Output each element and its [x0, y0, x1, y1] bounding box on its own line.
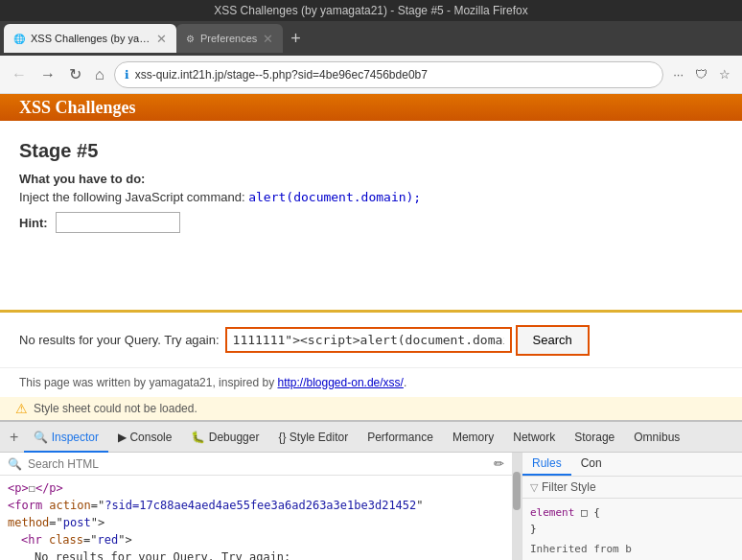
back-button[interactable]: ←: [8, 62, 31, 87]
new-tab-button[interactable]: +: [283, 30, 309, 47]
styles-content: element □ { } Inherited from b body □ { …: [522, 499, 742, 560]
devtools-body: 🔍 ✏ <p>☐</p> <form action="?sid=17c88ae4…: [0, 453, 742, 560]
devtools-add-button[interactable]: +: [4, 429, 24, 446]
styles-tab-rules[interactable]: Rules: [522, 453, 571, 476]
tab-prefs[interactable]: ⚙ Preferences ✕: [176, 24, 283, 53]
address-actions: ··· 🛡 ☆: [669, 65, 734, 83]
element-rule-close: }: [530, 521, 734, 537]
devtools-tab-debugger[interactable]: 🐛 Debugger: [181, 422, 268, 453]
styles-tabs: Rules Con: [522, 453, 742, 477]
styles-tab-con[interactable]: Con: [571, 453, 612, 476]
what-todo-label: What you have to do:: [19, 172, 723, 186]
written-by: This page was written by yamagata21, ins…: [0, 368, 742, 397]
styles-panel: Rules Con ▽ Filter Style element □ { } I…: [522, 453, 742, 560]
inject-code: alert(document.domain);: [248, 190, 421, 204]
written-by-text: This page was written by yamagata21, ins…: [19, 376, 277, 389]
html-edit-button[interactable]: ✏: [494, 456, 504, 471]
filter-text: Filter Style: [542, 480, 596, 494]
hint-label: Hint:: [19, 216, 48, 230]
tab-prefs-label: Preferences: [200, 33, 257, 44]
devtools-tabs: + 🔍 Inspector ▶ Console 🐛 Debugger {} St…: [0, 422, 742, 453]
devtools-tab-omnibus[interactable]: Omnibus: [624, 422, 689, 453]
shield-button[interactable]: 🛡: [691, 65, 711, 83]
filter-icon: ▽: [530, 481, 538, 494]
devtools-tab-inspector[interactable]: 🔍 Inspector: [24, 422, 108, 453]
tab-xss-label: XSS Challenges (by yamaga: [31, 33, 151, 44]
devtools: + 🔍 Inspector ▶ Console 🐛 Debugger {} St…: [0, 420, 742, 560]
address-bar: ℹ: [114, 61, 663, 88]
html-search-bar: 🔍 ✏: [0, 453, 512, 476]
tab-bar: 🌐 XSS Challenges (by yamaga ✕ ⚙ Preferen…: [0, 21, 742, 56]
html-line-form: <form action="?sid=17c88ae4aed4ae55fee3a…: [8, 497, 504, 531]
tab-xss-close[interactable]: ✕: [156, 32, 167, 46]
inject-line: Inject the following JavaScript command:…: [19, 190, 723, 204]
site-title: XSS Challenges: [19, 98, 136, 118]
more-button[interactable]: ···: [669, 65, 687, 83]
devtools-tab-performance[interactable]: Performance: [358, 422, 443, 453]
inject-text: Inject the following JavaScript command:: [19, 190, 245, 204]
info-icon: ℹ: [125, 68, 129, 82]
forward-button[interactable]: →: [36, 62, 59, 87]
tab-xss[interactable]: 🌐 XSS Challenges (by yamaga ✕: [4, 24, 176, 53]
devtools-tab-storage[interactable]: Storage: [565, 422, 624, 453]
search-button[interactable]: Search: [516, 325, 590, 356]
written-by-link[interactable]: http://blogged-on.de/xss/: [277, 376, 403, 389]
html-panel: 🔍 ✏ <p>☐</p> <form action="?sid=17c88ae4…: [0, 453, 512, 560]
window-title: XSS Challenges (by yamagata21) - Stage #…: [214, 4, 528, 17]
no-results-text: No results for your Query. Try again:: [19, 333, 220, 347]
challenge-title: Stage #5: [19, 140, 723, 162]
bookmark-button[interactable]: ☆: [715, 65, 734, 83]
style-error: ⚠ Style sheet could not be loaded.: [0, 397, 742, 420]
html-tree: <p>☐</p> <form action="?sid=17c88ae4aed4…: [0, 476, 512, 560]
html-scroll-thumb[interactable]: [513, 472, 521, 510]
devtools-tab-network[interactable]: Network: [503, 422, 565, 453]
inherited-label: Inherited from b: [530, 541, 734, 557]
devtools-tab-style-editor[interactable]: {} Style Editor: [268, 422, 358, 453]
html-search-input[interactable]: [28, 457, 488, 471]
html-line-p: <p>☐</p>: [8, 479, 504, 497]
tab-prefs-close[interactable]: ✕: [263, 32, 273, 46]
devtools-tab-console[interactable]: ▶ Console: [108, 422, 181, 453]
hint-line: Hint:: [19, 212, 723, 233]
element-rule: element □ {: [530, 504, 734, 521]
html-search-icon: 🔍: [8, 457, 22, 471]
filter-bar: ▽ Filter Style: [522, 477, 742, 499]
html-line-text: No results for your Query. Try again:: [8, 548, 504, 560]
search-field-wrapper: [225, 327, 512, 353]
warning-icon: ⚠: [15, 401, 28, 416]
refresh-button[interactable]: ↻: [65, 61, 85, 87]
hint-input[interactable]: [56, 212, 180, 233]
page-content: Stage #5 What you have to do: Inject the…: [0, 121, 742, 313]
search-section: No results for your Query. Try again: Se…: [0, 313, 742, 368]
html-line-hr1: <hr class="red">: [8, 531, 504, 548]
html-scrollbar[interactable]: [512, 453, 522, 560]
devtools-tab-memory[interactable]: Memory: [443, 422, 503, 453]
url-input[interactable]: [135, 68, 653, 82]
tab-xss-favicon: 🌐: [13, 34, 25, 44]
style-error-text: Style sheet could not be loaded.: [34, 402, 197, 415]
home-button[interactable]: ⌂: [91, 62, 108, 87]
nav-bar: ← → ↻ ⌂ ℹ ··· 🛡 ☆: [0, 56, 742, 94]
tab-prefs-favicon: ⚙: [186, 34, 195, 44]
search-input[interactable]: [227, 329, 510, 351]
title-bar: XSS Challenges (by yamagata21) - Stage #…: [0, 0, 742, 21]
